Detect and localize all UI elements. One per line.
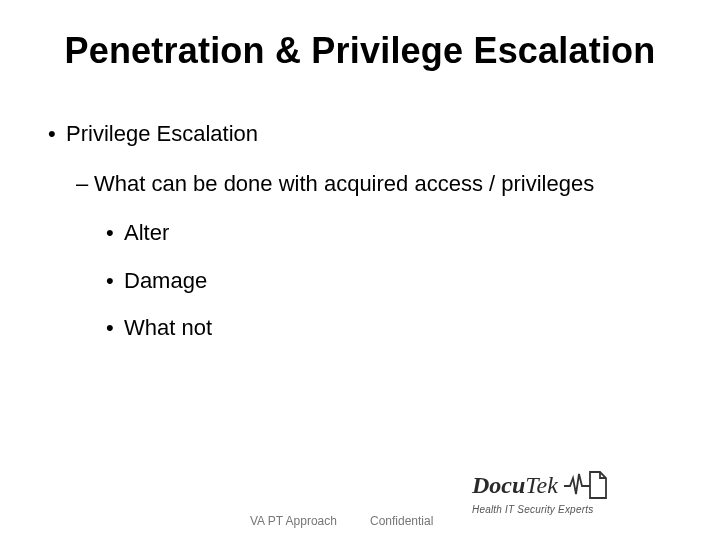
- bullet-level3: •What not: [106, 314, 680, 342]
- bullet-text: Privilege Escalation: [66, 121, 258, 146]
- bullet-level2: –What can be done with acquired access /…: [76, 170, 680, 198]
- bullet-dot-icon: •: [48, 120, 66, 148]
- slide: Penetration & Privilege Escalation •Priv…: [0, 0, 720, 540]
- bullet-dot-icon: •: [106, 267, 124, 295]
- bullet-dash-icon: –: [76, 170, 94, 198]
- logo-brand-a: Docu: [472, 472, 525, 498]
- logo-tagline: Health IT Security Experts: [472, 504, 692, 515]
- brand-logo: DocuTek Health IT Security Experts: [472, 468, 692, 522]
- bullet-text: Alter: [124, 220, 169, 245]
- bullet-level3: •Damage: [106, 267, 680, 295]
- bullet-level3: •Alter: [106, 219, 680, 247]
- bullet-text: What not: [124, 315, 212, 340]
- heartbeat-document-icon: [564, 468, 608, 502]
- bullet-level1: •Privilege Escalation: [48, 120, 680, 148]
- slide-content: •Privilege Escalation –What can be done …: [48, 120, 680, 362]
- footer-right-text: Confidential: [370, 514, 433, 528]
- footer-left-text: VA PT Approach: [250, 514, 337, 528]
- slide-title: Penetration & Privilege Escalation: [0, 30, 720, 72]
- logo-brand-b: Tek: [525, 472, 557, 498]
- logo-wordmark: DocuTek: [472, 472, 558, 499]
- bullet-text: Damage: [124, 268, 207, 293]
- bullet-dot-icon: •: [106, 314, 124, 342]
- bullet-level3-group: •Alter •Damage •What not: [106, 219, 680, 342]
- bullet-dot-icon: •: [106, 219, 124, 247]
- bullet-text: What can be done with acquired access / …: [94, 171, 594, 196]
- logo-row: DocuTek: [472, 468, 692, 502]
